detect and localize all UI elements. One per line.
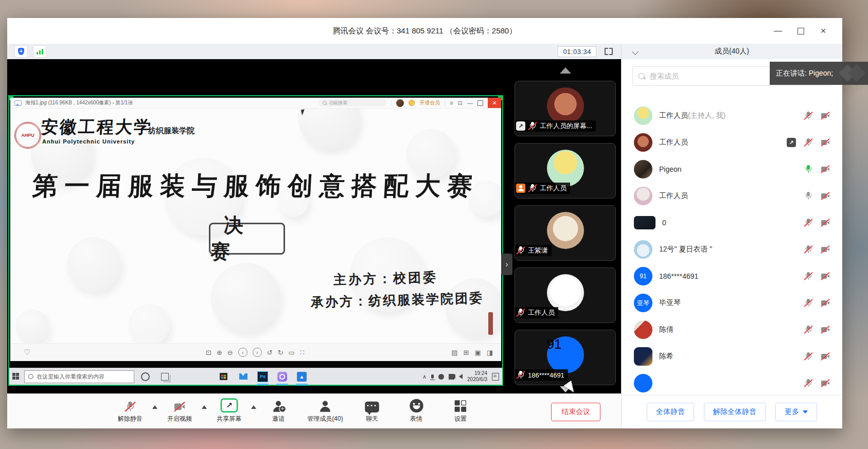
member-row[interactable]: 0 — [622, 209, 842, 236]
toolbar-cam-muted-button[interactable]: 开启视频 — [157, 399, 202, 423]
chevron-down-icon[interactable] — [632, 48, 639, 55]
notification-center-icon[interactable] — [492, 373, 499, 381]
scroll-up-arrow[interactable] — [560, 67, 571, 74]
toolbar-settings-button[interactable]: 设置 — [438, 399, 483, 423]
toolbar-emoji-button[interactable]: 表情 — [394, 399, 438, 423]
cam-muted-icon[interactable] — [821, 325, 830, 334]
mic-muted-icon[interactable] — [804, 272, 813, 281]
taskbar-search-box[interactable]: 在这里输入你要搜索的内容 — [24, 370, 134, 383]
video-tile[interactable]: 工作人员 — [515, 143, 616, 199]
mic-muted-icon[interactable] — [804, 325, 813, 334]
cam-muted-icon[interactable] — [821, 138, 830, 147]
taskbar-app-lanhu-icon[interactable]: ▲ — [295, 370, 308, 383]
security-button[interactable]: + — [14, 45, 28, 58]
member-row[interactable]: 工作人员 — [622, 129, 842, 156]
titlebar[interactable]: 腾讯会议 会议号：341 805 9211 （会议密码：2580） — × — [7, 18, 842, 44]
cam-muted-icon[interactable] — [821, 379, 830, 388]
mute-all-button[interactable]: 全体静音 — [647, 403, 694, 421]
tray-people-icon[interactable] — [438, 374, 444, 380]
video-tile[interactable]: 工作人员 — [515, 267, 616, 323]
mic-plain-icon[interactable] — [804, 191, 813, 201]
member-row[interactable]: 12号" 夏日衣语 " — [622, 236, 842, 263]
unmute-all-button[interactable]: 解除全体静音 — [704, 403, 766, 421]
member-row[interactable] — [622, 370, 842, 395]
previous-icon[interactable]: ‹ — [238, 348, 247, 357]
share-badge-icon[interactable] — [787, 138, 796, 147]
cam-muted-icon[interactable] — [821, 165, 830, 174]
mic-muted-icon[interactable] — [804, 379, 813, 388]
strip-collapse-handle[interactable]: › — [501, 254, 512, 275]
mic-on-icon[interactable] — [804, 165, 813, 174]
fullscreen-icon[interactable]: ⊞ — [464, 349, 469, 356]
member-row[interactable]: 陈倩 — [622, 316, 842, 343]
fullscreen-icon[interactable] — [605, 48, 613, 55]
mic-muted-icon[interactable] — [804, 298, 813, 308]
toolbar-share-screen-button[interactable]: 共享屏幕 — [207, 399, 251, 423]
viewer-titlebar[interactable]: 海报1.jpg (116.96KB , 1442x600像素) - 第1/1张 … — [10, 98, 501, 109]
next-icon[interactable]: › — [253, 348, 262, 357]
favorite-icon[interactable]: ♡ — [24, 348, 30, 357]
member-row[interactable]: 陈希 — [622, 343, 842, 370]
taskbar-clock[interactable]: 19:24 2020/6/3 — [467, 370, 487, 383]
maximize-button[interactable] — [793, 23, 808, 39]
zoom-in-icon[interactable]: ⊕ — [217, 349, 222, 356]
more-button[interactable]: 更多 — [775, 403, 817, 421]
print-icon[interactable]: ▤ — [451, 349, 457, 356]
viewer-minimize-button[interactable]: — — [467, 98, 473, 108]
taskbar-app-photoshop-icon[interactable]: Ps — [256, 370, 269, 383]
viewer-account-avatar[interactable] — [396, 99, 404, 107]
toolbar-mic-muted-button[interactable]: 解除静音 — [108, 399, 152, 423]
viewer-fullscreen-icon[interactable]: ⊡ — [458, 98, 463, 108]
member-row[interactable]: 91186****4691 — [622, 263, 842, 290]
thumbnail-grid-icon[interactable]: ∷ — [300, 348, 305, 356]
taskbar-app-assistant-icon[interactable] — [276, 370, 289, 383]
viewer-search-box[interactable]: 功能搜索 — [318, 99, 386, 106]
mic-muted-icon[interactable] — [804, 111, 813, 120]
cam-muted-icon[interactable] — [821, 245, 830, 254]
caret-up-icon[interactable] — [251, 405, 256, 409]
caret-up-icon[interactable] — [202, 405, 207, 409]
fit-window-icon[interactable]: ⊡ — [206, 349, 211, 356]
toolbar-invite-button[interactable]: +邀请 — [256, 399, 300, 423]
mic-muted-icon[interactable] — [804, 352, 813, 361]
network-quality-button[interactable] — [33, 45, 46, 58]
rotate-right-icon[interactable]: ↻ — [278, 349, 284, 356]
tray-mic-icon[interactable] — [431, 374, 434, 379]
mic-muted-icon[interactable] — [804, 245, 813, 254]
toolbar-members-button[interactable]: 管理成员(40) — [300, 399, 350, 423]
side-panel-icon[interactable]: ◨ — [487, 349, 493, 356]
viewer-maximize-button[interactable] — [477, 100, 483, 106]
tray-expand-icon[interactable]: ∧ — [422, 373, 427, 380]
vip-upgrade-link[interactable]: 开通会员 — [419, 99, 440, 106]
taskbar-app-store-icon[interactable] — [217, 370, 230, 383]
cam-muted-icon[interactable] — [821, 272, 830, 281]
start-button[interactable] — [12, 373, 20, 380]
cam-muted-icon[interactable] — [821, 218, 830, 227]
end-meeting-button[interactable]: 结束会议 — [551, 403, 600, 421]
caret-up-icon[interactable] — [152, 405, 157, 409]
taskbar-app-mail-icon[interactable] — [237, 370, 250, 383]
member-row[interactable]: 工作人员(主持人, 我) — [622, 102, 842, 129]
viewer-menu-icon[interactable]: ≡ — [450, 98, 453, 108]
delete-icon[interactable]: ▭ — [289, 349, 295, 356]
minimize-button[interactable]: — — [770, 23, 786, 39]
video-tile[interactable]: 工作人员的屏幕... — [515, 81, 616, 136]
cam-muted-icon[interactable] — [821, 191, 830, 201]
cam-muted-icon[interactable] — [821, 298, 830, 308]
video-tile[interactable]: 91186****4691 — [515, 330, 616, 385]
member-row[interactable]: Pigeon — [622, 156, 842, 183]
taskbar-app-taskview-icon[interactable] — [158, 370, 171, 383]
mic-muted-icon[interactable] — [804, 138, 813, 147]
zoom-out-icon[interactable]: ⊖ — [227, 349, 233, 356]
taskbar-app-edge-icon[interactable] — [178, 370, 191, 383]
tray-volume-icon[interactable] — [459, 374, 463, 379]
member-row[interactable]: 亚琴毕亚琴 — [622, 290, 842, 316]
viewer-close-button[interactable]: ✕ — [488, 98, 501, 108]
video-tile[interactable]: 王紫潇 — [515, 205, 616, 261]
member-row[interactable]: 工作人员 — [622, 183, 842, 209]
picture-icon[interactable]: ▣ — [474, 349, 481, 356]
toolbar-chat-button[interactable]: 聊天 — [350, 399, 394, 423]
close-button[interactable]: × — [816, 23, 831, 39]
cam-muted-icon[interactable] — [821, 352, 830, 361]
cam-muted-icon[interactable] — [821, 111, 830, 120]
